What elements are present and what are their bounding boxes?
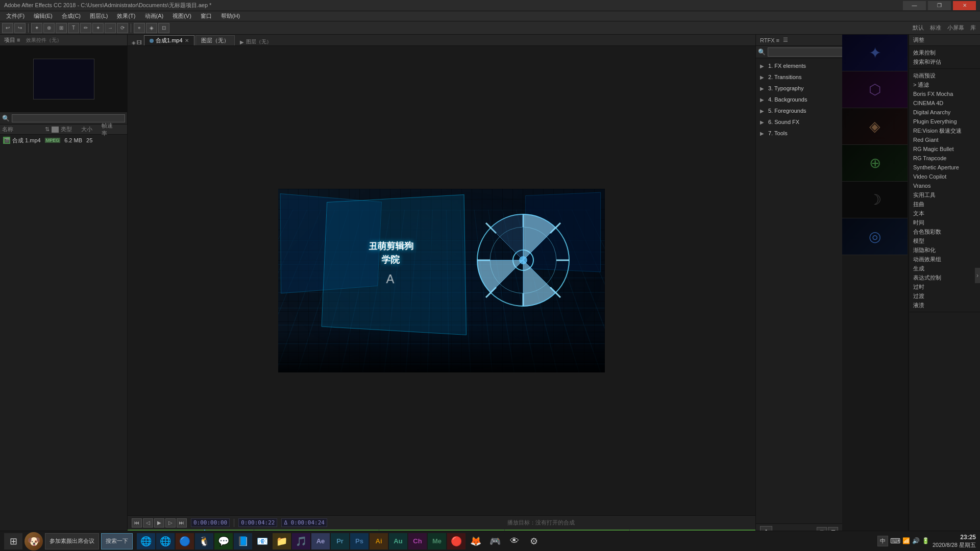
btn-next-frame[interactable]: ▷ — [165, 518, 176, 528]
preview-thumb-1[interactable]: ✦ — [842, 35, 908, 71]
taskbar-app-file[interactable]: 📁 — [273, 533, 291, 549]
taskbar-app-game[interactable]: 🎮 — [486, 533, 504, 549]
preview-thumb-6[interactable]: ◎ — [842, 218, 908, 255]
taskbar-app-eye[interactable]: 👁 — [505, 533, 524, 549]
rtfx-search-input[interactable] — [768, 47, 842, 57]
btn-step-back[interactable]: ⏮ — [132, 518, 142, 528]
tab-close-icon[interactable]: ✕ — [185, 38, 189, 43]
props-vendor-videocopilot[interactable]: Video Copilot — [909, 172, 980, 181]
lang-icon[interactable]: 中 — [877, 536, 888, 546]
taskbar-app-music[interactable]: 🎵 — [292, 533, 310, 549]
taskbar-app-qq[interactable]: 🐧 — [195, 533, 213, 549]
menu-item-e[interactable]: 编辑(E) — [30, 11, 57, 21]
taskbar-app-ie[interactable]: 🌐 — [137, 533, 155, 549]
rtfx-cat-6[interactable]: ▶ 6. Sound FX — [756, 116, 842, 128]
props-vendor-boris[interactable]: Boris FX Mocha — [909, 89, 980, 98]
taskbar-item-1[interactable]: 参加素颜出席会议 — [45, 533, 99, 549]
menu-item-f[interactable]: 文件(F) — [2, 11, 29, 21]
restore-button[interactable]: ❐ — [928, 1, 951, 10]
menu-item-c[interactable]: 合成(C) — [58, 11, 85, 21]
menu-item-t[interactable]: 效果(T) — [113, 11, 139, 21]
toolbar-btn-11[interactable]: ⌖ — [134, 23, 145, 33]
timecode-current[interactable]: 0:00:00:00 — [191, 518, 230, 527]
taskbar-app-ch[interactable]: Ch — [408, 533, 427, 549]
props-vendor-trapcode[interactable]: RG Trapcode — [909, 154, 980, 163]
btn-play[interactable]: ▶ — [154, 518, 164, 528]
taskbar-app-ai[interactable]: Ai — [370, 533, 388, 549]
toolbar-btn-3[interactable]: ✦ — [31, 23, 42, 33]
toolbar-btn-13[interactable]: ⊡ — [158, 23, 169, 33]
taskbar-app-edge[interactable]: 🌐 — [156, 533, 175, 549]
props-item-search[interactable]: 搜索和评估 — [909, 57, 980, 66]
taskbar-app-me[interactable]: Me — [428, 533, 446, 549]
preview-thumb-5[interactable]: ☽ — [842, 182, 908, 218]
taskbar-app-gear[interactable]: ⚙ — [525, 533, 543, 549]
btn-step-forward[interactable]: ⏭ — [177, 518, 187, 528]
menu-item-v[interactable]: 视图(V) — [168, 11, 195, 21]
props-vendor-digital[interactable]: Digital Anarchy — [909, 108, 980, 117]
rtfx-menu-icon[interactable]: ☰ — [781, 36, 790, 44]
preview-thumb-2[interactable]: ⬡ — [842, 71, 908, 108]
preview-thumb-3[interactable]: ◈ — [842, 108, 908, 145]
props-vendor-model[interactable]: 模型 — [909, 236, 980, 245]
toolbar-btn-7[interactable]: ✏ — [80, 23, 91, 33]
timecode-display[interactable]: 0:00:04:22 — [238, 518, 277, 527]
taskbar-app-wechat[interactable]: 💬 — [214, 533, 233, 549]
menu-item-a[interactable]: 动画(A) — [141, 11, 168, 21]
props-vendor-liquid[interactable]: 液溃 — [909, 300, 980, 310]
props-vendor-transition[interactable]: 过渡 — [909, 291, 980, 300]
props-vendor-distort[interactable]: 扭曲 — [909, 199, 980, 209]
props-vendor-magic[interactable]: RG Magic Bullet — [909, 144, 980, 154]
menu-item-[interactable]: 窗口 — [197, 11, 216, 21]
props-vendor-gen[interactable]: 生成 — [909, 264, 980, 273]
rtfx-cat-7[interactable]: ▶ 7. Tools — [756, 128, 842, 139]
toolbar-btn-12[interactable]: ◈ — [146, 23, 157, 33]
close-button[interactable]: ✕ — [953, 1, 976, 10]
workspace-default[interactable]: 默认 — [911, 24, 926, 32]
taskbar-app-red[interactable]: 🔴 — [447, 533, 465, 549]
taskbar-app-mail[interactable]: 📧 — [253, 533, 272, 549]
taskbar-app-ae[interactable]: Ae — [311, 533, 330, 549]
props-vendor-tonglv[interactable]: > 通滤 — [909, 80, 980, 89]
props-vendor-obsolete[interactable]: 过时 — [909, 282, 980, 291]
taskbar-app-qq2[interactable]: 📘 — [234, 533, 252, 549]
taskbar-app-chrome[interactable]: 🔵 — [176, 533, 194, 549]
props-vendor-revision[interactable]: RE:Vision 极速交速 — [909, 126, 980, 135]
props-item-effect[interactable]: 效果控制 — [909, 48, 980, 57]
rtfx-cat-4[interactable]: ▶ 4. Backgrounds — [756, 94, 842, 105]
start-button[interactable]: ⊞ — [4, 533, 22, 549]
props-vendor-anim[interactable]: 动画效果组 — [909, 255, 980, 264]
props-vendor-vranos[interactable]: Vranos — [909, 181, 980, 190]
props-vendor-time[interactable]: 时间 — [909, 218, 980, 227]
taskbar-app-pr[interactable]: Pr — [331, 533, 349, 549]
timeline-expand-btn[interactable]: › — [975, 268, 980, 283]
comp-tab-main[interactable]: 合成1.mp4 ✕ — [144, 35, 194, 45]
project-search-input[interactable] — [12, 114, 125, 122]
toolbar-btn-10[interactable]: ⟳ — [117, 23, 128, 33]
props-vendor-fade[interactable]: 渐隐和化 — [909, 245, 980, 255]
project-item-0[interactable]: 🎬 合成 1.mp4 MPEG 6.2 MB 25 — [0, 135, 127, 146]
menu-item-h[interactable]: 帮助(H) — [217, 11, 244, 21]
toolbar-btn-8[interactable]: ✦ — [92, 23, 104, 33]
taskbar-item-2[interactable]: 搜索一下 — [101, 533, 133, 549]
rtfx-cat-3[interactable]: ▶ 3. Typography — [756, 83, 842, 94]
preview-thumb-4[interactable]: ⊕ — [842, 145, 908, 182]
menu-item-l[interactable]: 图层(L) — [86, 11, 112, 21]
toolbar-btn-1[interactable]: ↩ — [2, 23, 13, 33]
btn-prev-frame[interactable]: ◁ — [143, 518, 153, 528]
rtfx-cat-5[interactable]: ▶ 5. Foregrounds — [756, 105, 842, 116]
props-vendor-cinema[interactable]: CINEMA 4D — [909, 98, 980, 108]
toolbar-btn-9[interactable]: → — [105, 23, 116, 33]
minimize-button[interactable]: — — [903, 1, 926, 10]
props-vendor-preset[interactable]: 动画预设 — [909, 71, 980, 80]
taskbar-app-fox[interactable]: 🦊 — [467, 533, 485, 549]
rtfx-cat-1[interactable]: ▶ 1. FX elements — [756, 60, 842, 71]
rtfx-cat-2[interactable]: ▶ 2. Transitions — [756, 71, 842, 83]
workspace-standard[interactable]: 标准 — [928, 24, 943, 32]
props-vendor-redgiant[interactable]: Red Giant — [909, 135, 980, 144]
props-vendor-color[interactable]: 合色预彩数 — [909, 227, 980, 236]
workspace-library[interactable]: 库 — [968, 24, 978, 32]
toolbar-btn-6[interactable]: T — [68, 23, 79, 33]
props-vendor-utility[interactable]: 实用工具 — [909, 190, 980, 199]
taskbar-app-au[interactable]: Au — [389, 533, 407, 549]
